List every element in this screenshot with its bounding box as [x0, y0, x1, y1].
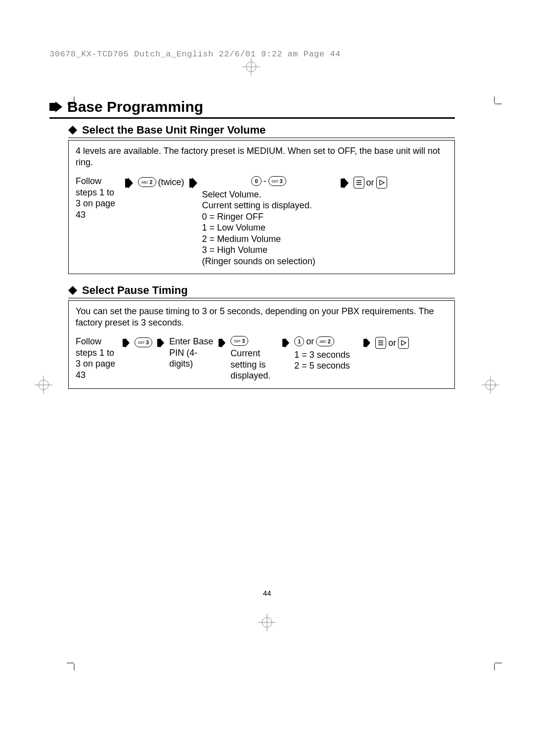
play-key-icon — [376, 177, 387, 189]
divider — [68, 138, 455, 138]
or-text: or — [306, 336, 314, 347]
page-number: 44 — [0, 589, 534, 597]
option-text: 2 = Medium Volume — [202, 234, 336, 245]
step-text: Follow steps 1 to 3 on page 43 — [76, 176, 120, 220]
key-def3: DEF3 — [230, 336, 248, 346]
crop-mark — [487, 656, 502, 670]
key-one: 1 — [294, 336, 304, 346]
arrow-right-icon — [219, 338, 225, 348]
chapter-title-text: Base Programming — [67, 98, 203, 115]
enter-pin-text: Enter Base PIN (4-digits) — [169, 336, 214, 370]
registration-mark-icon — [482, 376, 499, 396]
intro-text: You can set the pause timing to 3 or 5 s… — [76, 306, 447, 328]
menu-key-icon — [354, 177, 364, 189]
svg-marker-25 — [380, 180, 384, 185]
play-key-icon — [398, 337, 409, 349]
arrow-right-icon — [49, 101, 62, 112]
arrow-right-icon — [363, 338, 370, 348]
key-abc2: ABC2 — [316, 336, 334, 346]
section-title: Select Pause Timing — [68, 284, 455, 297]
svg-marker-30 — [282, 338, 289, 348]
svg-marker-31 — [363, 338, 370, 348]
svg-marker-35 — [401, 340, 406, 345]
ringer-note-text: (Ringer sounds on selection) — [202, 256, 336, 267]
arrow-right-icon — [157, 338, 164, 348]
current-setting-text: Current setting is displayed. — [202, 200, 336, 211]
arrow-right-icon — [189, 178, 197, 189]
or-text: or — [388, 337, 396, 349]
key-def3: DEF3 — [268, 176, 286, 186]
svg-marker-29 — [219, 338, 225, 348]
step-text: Follow steps 1 to 3 on page 43 — [76, 336, 118, 380]
twice-label: (twice) — [158, 177, 184, 188]
svg-marker-20 — [189, 178, 197, 189]
registration-mark-icon — [0, 614, 534, 633]
key-def3: DEF3 — [134, 337, 152, 347]
crop-mark — [67, 656, 82, 670]
select-volume-text: Select Volume. — [202, 189, 336, 200]
option-text: 1 = 3 seconds — [294, 349, 358, 361]
slug-line: 30678_KX-TCD705 Dutch_a_English 22/6/01 … — [49, 49, 341, 59]
diamond-icon — [68, 286, 77, 295]
current-setting-text: Current setting is displayed. — [230, 348, 277, 381]
arrow-right-icon — [125, 178, 133, 189]
arrow-right-icon — [282, 338, 289, 348]
svg-marker-18 — [68, 126, 77, 135]
option-text: 0 = Ringer OFF — [202, 211, 336, 223]
option-text: 1 = Low Volume — [202, 222, 336, 234]
divider — [49, 117, 455, 119]
section-title-text: Select Pause Timing — [82, 284, 188, 297]
svg-marker-26 — [68, 286, 77, 295]
crop-mark — [487, 96, 502, 111]
content-box: You can set the pause timing to 3 or 5 s… — [68, 300, 455, 389]
intro-text: 4 levels are available. The factory pres… — [76, 145, 447, 168]
diamond-icon — [68, 126, 77, 135]
arrow-right-icon — [341, 178, 349, 189]
section-title-text: Select the Base Unit Ringer Volume — [82, 124, 266, 137]
svg-marker-21 — [341, 178, 349, 189]
section-title: Select the Base Unit Ringer Volume — [68, 124, 455, 137]
chapter-title: Base Programming — [49, 98, 455, 115]
svg-marker-17 — [49, 101, 62, 112]
svg-marker-19 — [125, 178, 133, 189]
arrow-right-icon — [123, 338, 130, 348]
option-text: 3 = High Volume — [202, 244, 336, 256]
key-abc2: ABC2 — [138, 177, 156, 187]
menu-key-icon — [375, 337, 386, 349]
svg-marker-27 — [123, 338, 130, 348]
option-text: 2 = 5 seconds — [294, 360, 358, 372]
divider — [68, 298, 455, 298]
content-box: 4 levels are available. The factory pres… — [68, 140, 455, 274]
svg-marker-28 — [157, 338, 164, 348]
dash: - — [264, 176, 267, 187]
key-zero: 0 — [251, 176, 261, 186]
or-text: or — [366, 177, 374, 189]
